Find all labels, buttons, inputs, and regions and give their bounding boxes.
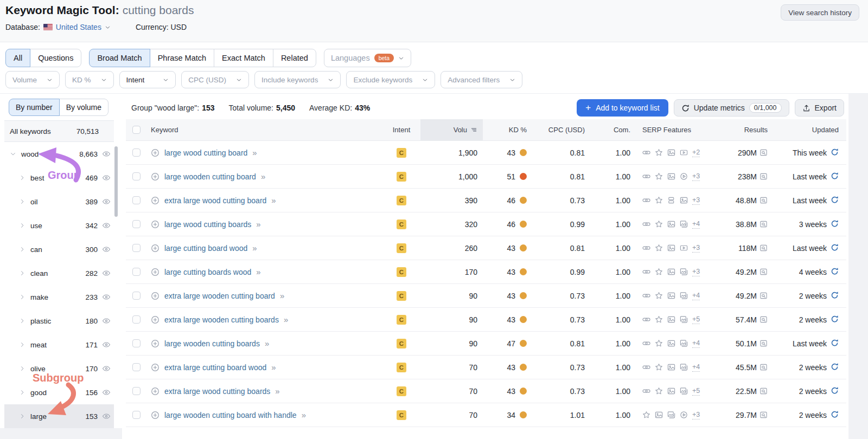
filter-volume[interactable]: Volume: [5, 71, 60, 88]
sidebar-group-item[interactable]: large 153: [4, 404, 114, 428]
eye-icon[interactable]: [102, 197, 111, 206]
add-keyword-icon[interactable]: [151, 149, 159, 157]
group-chevron-icon[interactable]: [19, 270, 27, 276]
serp-more-count[interactable]: +3: [692, 172, 700, 181]
keyword-link[interactable]: extra large wooden cutting board: [164, 292, 275, 300]
filter-intent[interactable]: Intent: [119, 71, 176, 88]
serp-preview-icon[interactable]: [760, 149, 768, 157]
sidebar-group-item[interactable]: make 233: [4, 285, 114, 309]
serp-more-count[interactable]: +3: [692, 244, 700, 253]
add-keyword-icon[interactable]: [151, 172, 159, 181]
database-selector[interactable]: United States: [43, 23, 111, 31]
group-chevron-icon[interactable]: [19, 222, 27, 229]
expand-keyword-icon[interactable]: »: [252, 243, 256, 253]
filter-include-keywords[interactable]: Include keywords: [254, 71, 341, 88]
refresh-icon[interactable]: [831, 315, 839, 325]
keyword-link[interactable]: large cutting board wood: [164, 244, 247, 253]
serp-more-count[interactable]: +4: [692, 339, 700, 348]
add-keyword-icon[interactable]: [151, 292, 159, 300]
keyword-link[interactable]: extra large wood cutting boards: [164, 387, 270, 396]
group-chevron-icon[interactable]: [19, 246, 27, 253]
add-keyword-icon[interactable]: [151, 339, 159, 348]
row-checkbox[interactable]: [132, 196, 141, 204]
row-checkbox[interactable]: [132, 387, 141, 395]
refresh-icon[interactable]: [831, 267, 839, 277]
keyword-link[interactable]: large wooden cutting board: [164, 172, 256, 181]
refresh-icon[interactable]: [831, 196, 839, 205]
languages-dropdown[interactable]: Languages beta: [324, 49, 411, 67]
serp-more-count[interactable]: +4: [692, 363, 700, 372]
tab-phrase-match[interactable]: Phrase Match: [150, 49, 214, 67]
view-search-history-button[interactable]: View search history: [781, 4, 859, 21]
col-results[interactable]: Results: [713, 119, 768, 140]
filter-exclude-keywords[interactable]: Exclude keywords: [346, 71, 435, 88]
row-checkbox[interactable]: [132, 292, 141, 300]
filter-cpc[interactable]: CPC (USD): [181, 71, 249, 88]
filter-kd[interactable]: KD %: [65, 71, 114, 88]
serp-more-count[interactable]: +5: [692, 387, 700, 396]
expand-keyword-icon[interactable]: »: [252, 148, 256, 157]
expand-keyword-icon[interactable]: »: [275, 386, 279, 396]
group-chevron-icon[interactable]: [19, 413, 27, 419]
serp-preview-icon[interactable]: [760, 363, 768, 371]
col-updated[interactable]: Updated: [768, 119, 846, 140]
serp-more-count[interactable]: +4: [692, 292, 700, 300]
add-keyword-icon[interactable]: [151, 411, 159, 419]
row-checkbox[interactable]: [132, 268, 141, 276]
group-chevron-icon[interactable]: [10, 151, 17, 157]
serp-preview-icon[interactable]: [760, 196, 768, 204]
add-to-keyword-list-button[interactable]: + Add to keyword list: [577, 99, 668, 117]
group-chevron-icon[interactable]: [19, 175, 27, 181]
add-keyword-icon[interactable]: [151, 268, 159, 276]
serp-preview-icon[interactable]: [760, 339, 768, 347]
eye-icon[interactable]: [102, 150, 111, 158]
sidebar-group-item[interactable]: clean 282: [4, 261, 114, 285]
add-keyword-icon[interactable]: [151, 363, 159, 372]
tab-exact-match[interactable]: Exact Match: [214, 49, 273, 67]
serp-preview-icon[interactable]: [760, 268, 768, 276]
sidebar-group-item[interactable]: meat 171: [4, 333, 114, 357]
keyword-link[interactable]: extra large wood cutting board: [164, 196, 266, 205]
serp-preview-icon[interactable]: [760, 220, 768, 228]
group-chevron-icon[interactable]: [19, 198, 27, 205]
eye-icon[interactable]: [102, 221, 111, 230]
group-chevron-icon[interactable]: [19, 389, 27, 396]
refresh-icon[interactable]: [831, 291, 839, 301]
serp-preview-icon[interactable]: [760, 411, 768, 419]
col-volume[interactable]: Volu: [420, 119, 483, 140]
refresh-icon[interactable]: [831, 148, 839, 158]
row-checkbox[interactable]: [132, 411, 141, 419]
col-cpc[interactable]: CPC (USD): [529, 119, 591, 140]
sidebar-group-item[interactable]: oil 389: [4, 190, 114, 214]
export-button[interactable]: Export: [795, 99, 844, 117]
eye-icon[interactable]: [102, 173, 111, 182]
row-checkbox[interactable]: [132, 149, 141, 157]
row-checkbox[interactable]: [132, 244, 141, 252]
refresh-icon[interactable]: [831, 410, 839, 420]
by-number-toggle[interactable]: By number: [9, 99, 60, 116]
serp-more-count[interactable]: +5: [692, 315, 700, 324]
tab-all[interactable]: All: [5, 49, 30, 67]
filter-advanced[interactable]: Advanced filters: [441, 71, 522, 88]
expand-keyword-icon[interactable]: »: [302, 410, 305, 419]
keyword-link[interactable]: extra large cutting board wood: [164, 363, 266, 372]
add-keyword-icon[interactable]: [151, 220, 159, 229]
row-checkbox[interactable]: [132, 339, 141, 347]
sidebar-scrollbar[interactable]: [114, 146, 118, 217]
expand-keyword-icon[interactable]: »: [271, 196, 275, 205]
row-checkbox[interactable]: [132, 363, 141, 371]
group-chevron-icon[interactable]: [19, 341, 27, 348]
refresh-icon[interactable]: [831, 339, 839, 348]
keyword-link[interactable]: large wood cutting board: [164, 149, 247, 157]
serp-preview-icon[interactable]: [760, 172, 768, 180]
serp-preview-icon[interactable]: [760, 387, 768, 395]
expand-keyword-icon[interactable]: »: [265, 339, 269, 348]
refresh-icon[interactable]: [831, 386, 839, 396]
expand-keyword-icon[interactable]: »: [280, 291, 284, 300]
keyword-link[interactable]: large cutting boards wood: [164, 268, 251, 276]
keyword-link[interactable]: large wooden cutting boards: [164, 339, 260, 348]
sidebar-group-item[interactable]: wood 8,663: [4, 142, 114, 166]
eye-icon[interactable]: [102, 364, 111, 373]
select-all-checkbox[interactable]: [132, 126, 141, 134]
serp-more-count[interactable]: +3: [692, 411, 700, 419]
